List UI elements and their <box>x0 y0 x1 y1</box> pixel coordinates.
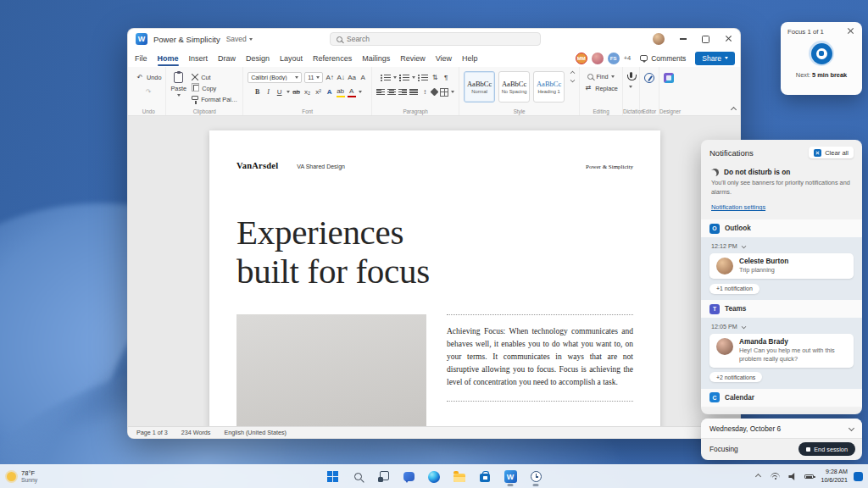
taskbar-search-button[interactable] <box>348 468 367 486</box>
find-button[interactable]: Find <box>587 70 614 82</box>
maximize-button[interactable] <box>694 29 717 49</box>
end-session-button[interactable]: End session <box>798 442 855 456</box>
font-size-select[interactable]: 11 <box>304 72 323 83</box>
superscript-button[interactable]: x² <box>314 86 323 97</box>
underline-button[interactable]: U <box>275 86 284 97</box>
search-input[interactable] <box>347 35 534 43</box>
style-heading-1[interactable]: AaBbCc Heading 1 <box>533 71 565 103</box>
menu-tab-home[interactable]: Home <box>158 54 179 63</box>
bold-button[interactable]: B <box>253 86 262 97</box>
comments-button[interactable]: Comments <box>635 53 691 64</box>
weather-widget[interactable]: 78°F Sunny <box>7 469 37 484</box>
designer-button[interactable] <box>664 73 674 83</box>
word-taskbar-button[interactable]: W <box>501 468 520 486</box>
saved-status[interactable]: Saved <box>226 35 253 43</box>
clear-all-button[interactable]: Clear all <box>809 147 854 158</box>
shading-button[interactable] <box>431 88 439 97</box>
notification-badge[interactable] <box>854 472 863 481</box>
edge-button[interactable] <box>425 468 443 486</box>
outlook-section-header[interactable]: O Outlook <box>701 219 862 237</box>
numbering-button[interactable] <box>399 74 409 81</box>
collaborator-avatar[interactable]: MM <box>576 53 587 64</box>
subscript-button[interactable]: x₂ <box>303 86 312 97</box>
clock-app-button[interactable] <box>526 468 545 486</box>
store-button[interactable] <box>476 468 494 486</box>
font-name-select[interactable]: Calibri (Body) <box>248 72 302 83</box>
task-view-button[interactable] <box>374 468 392 486</box>
style-no-spacing[interactable]: AaBbCc No Spacing <box>498 71 530 103</box>
chevron-down-icon[interactable] <box>412 76 415 79</box>
menu-tab-view[interactable]: View <box>436 54 452 63</box>
volume-button[interactable] <box>787 471 798 483</box>
font-color-button[interactable]: A <box>348 86 356 97</box>
shrink-font-button[interactable]: A↓ <box>337 72 345 83</box>
teams-section-header[interactable]: T Teams <box>701 300 862 318</box>
collaborator-avatar[interactable] <box>592 53 604 64</box>
wifi-button[interactable] <box>770 471 781 483</box>
clock-date-button[interactable]: 9:28 AM 10/6/2021 <box>821 469 848 484</box>
italic-button[interactable]: I <box>264 86 273 97</box>
menu-tab-design[interactable]: Design <box>246 54 270 63</box>
menu-tab-draw[interactable]: Draw <box>218 54 236 63</box>
grow-font-button[interactable]: A↑ <box>326 72 334 83</box>
language-status[interactable]: English (United States) <box>224 429 287 436</box>
more-notifications-pill[interactable]: +1 notification <box>709 284 760 294</box>
menu-tab-insert[interactable]: Insert <box>189 54 209 63</box>
menu-tab-review[interactable]: Review <box>400 54 426 63</box>
close-button[interactable] <box>717 29 740 49</box>
notification-group-time[interactable]: 12:05 PM <box>701 319 862 333</box>
style-gallery-arrows[interactable] <box>570 71 575 82</box>
share-button[interactable]: Share <box>695 52 735 65</box>
menu-tab-help[interactable]: Help <box>462 54 478 63</box>
show-marks-button[interactable]: ¶ <box>442 72 450 83</box>
align-center-button[interactable] <box>387 89 396 96</box>
search-box[interactable] <box>330 32 541 46</box>
chevron-down-icon[interactable] <box>359 91 362 93</box>
paste-button[interactable]: Paste <box>170 70 186 97</box>
format-painter-button[interactable]: Format Painter <box>192 94 238 104</box>
notification-card[interactable]: Amanda Brady Hey! Can you help me out wi… <box>709 334 854 368</box>
sort-button[interactable]: ⇅ <box>431 72 439 83</box>
copy-button[interactable]: Copy <box>192 83 238 93</box>
replace-button[interactable]: ⇄ Replace <box>584 82 618 94</box>
chevron-down-icon[interactable] <box>451 91 454 93</box>
text-effects-button[interactable]: A <box>326 86 334 97</box>
align-left-button[interactable] <box>376 89 385 96</box>
borders-button[interactable] <box>440 88 448 97</box>
chevron-down-icon[interactable] <box>393 76 397 79</box>
dictate-button[interactable] <box>627 72 635 83</box>
word-count[interactable]: 234 Words <box>181 429 211 436</box>
justify-button[interactable] <box>409 89 418 96</box>
clear-formatting-button[interactable]: A <box>359 72 367 83</box>
chevron-down-icon[interactable] <box>287 91 290 93</box>
style-normal[interactable]: AaBbCc Normal <box>464 71 495 103</box>
menu-tab-file[interactable]: File <box>135 54 147 63</box>
close-icon[interactable] <box>847 27 855 36</box>
menu-tab-references[interactable]: References <box>313 54 352 63</box>
menu-tab-layout[interactable]: Layout <box>280 54 303 63</box>
file-explorer-button[interactable] <box>450 468 469 486</box>
document-page[interactable]: VanArsdel VA Shared Design Power & Simpl… <box>209 130 660 426</box>
align-right-button[interactable] <box>398 89 407 96</box>
editor-button[interactable] <box>644 73 654 83</box>
start-button[interactable] <box>323 468 342 486</box>
line-spacing-button[interactable]: ↕ <box>420 86 429 97</box>
focus-timer-ring[interactable] <box>809 41 834 66</box>
notification-settings-link[interactable]: Notification settings <box>711 203 765 211</box>
chevron-down-icon[interactable] <box>629 86 632 88</box>
minimize-button[interactable] <box>671 29 694 49</box>
more-notifications-pill[interactable]: +2 notifications <box>709 372 762 382</box>
collaborator-overflow[interactable]: +4 <box>624 54 632 62</box>
notification-card[interactable]: Celeste Burton Trip planning <box>709 253 854 279</box>
battery-button[interactable] <box>804 471 815 483</box>
user-avatar[interactable] <box>653 33 665 45</box>
calendar-section-header[interactable]: C Calendar <box>701 389 862 407</box>
cut-button[interactable]: Cut <box>192 72 238 82</box>
strikethrough-button[interactable]: ab <box>292 86 301 97</box>
redo-button[interactable]: ↷ <box>144 85 153 99</box>
page-count[interactable]: Page 1 of 3 <box>136 429 168 436</box>
chat-button[interactable] <box>399 468 418 486</box>
notification-group-time[interactable]: 12:12 PM <box>701 239 862 252</box>
show-hidden-icons-button[interactable] <box>753 471 764 483</box>
menu-tab-mailings[interactable]: Mailings <box>362 54 390 63</box>
